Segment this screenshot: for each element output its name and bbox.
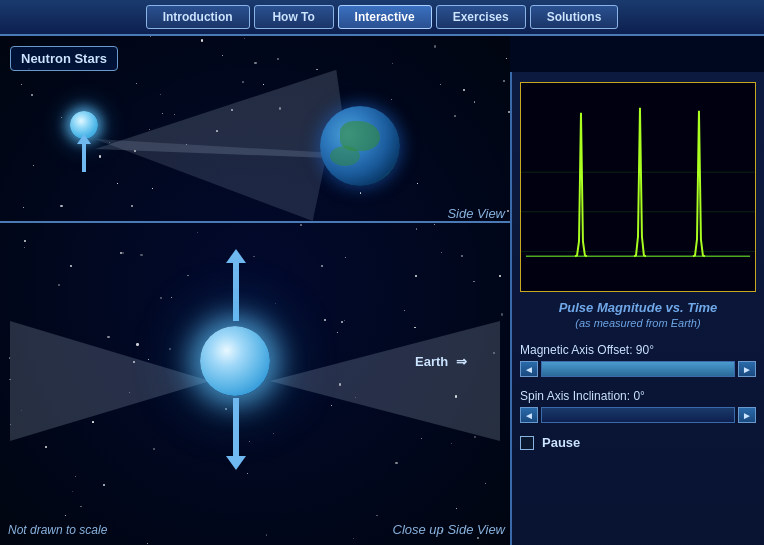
tab-introduction[interactable]: Introduction [146, 5, 250, 29]
star-decoration [153, 448, 155, 450]
star-decoration [23, 207, 25, 209]
star-decoration [187, 275, 189, 277]
star-decoration [197, 232, 198, 233]
large-star-arrow-down [233, 398, 239, 458]
magnetic-axis-increase-button[interactable]: ► [738, 361, 756, 377]
magnetic-axis-decrease-button[interactable]: ◄ [520, 361, 538, 377]
star-decoration [415, 275, 417, 277]
star-decoration [434, 45, 436, 47]
pause-control: Pause [520, 435, 756, 450]
star-decoration [249, 441, 250, 442]
star-decoration [485, 483, 486, 484]
star-decoration [360, 192, 361, 193]
small-star-arrow-up [82, 142, 86, 172]
star-decoration [441, 252, 442, 253]
magnetic-axis-slider-track[interactable] [541, 361, 735, 377]
star-decoration [353, 538, 354, 539]
tab-interactive[interactable]: Interactive [338, 5, 432, 29]
tab-solutions[interactable]: Solutions [530, 5, 619, 29]
star-decoration [463, 89, 465, 91]
star-decoration [395, 462, 397, 464]
star-decoration [277, 58, 279, 60]
star-decoration [131, 205, 133, 207]
earth-arrow-icon: ⇒ [456, 354, 467, 369]
star-decoration [503, 80, 505, 82]
large-star-arrow-up [233, 261, 239, 321]
pause-checkbox[interactable] [520, 436, 534, 450]
pause-label: Pause [542, 435, 580, 450]
star-decoration [58, 284, 60, 286]
spin-axis-decrease-button[interactable]: ◄ [520, 407, 538, 423]
left-arrow-icon: ◄ [524, 364, 534, 375]
star-decoration [376, 515, 377, 516]
right-panel: Pulse Magnitude vs. Time (as measured fr… [510, 72, 764, 545]
star-decoration [416, 228, 418, 230]
star-decoration [499, 275, 501, 277]
star-decoration [345, 257, 346, 258]
tab-how-to[interactable]: How To [254, 5, 334, 29]
star-decoration [171, 297, 172, 298]
tab-exercises[interactable]: Exercises [436, 5, 526, 29]
star-decoration [275, 303, 276, 304]
star-decoration [24, 240, 26, 242]
star-decoration [70, 265, 72, 267]
star-decoration [152, 188, 153, 189]
star-decoration [506, 58, 507, 59]
star-decoration [391, 99, 393, 101]
star-decoration [501, 313, 503, 315]
star-decoration [456, 508, 457, 509]
chart-subtitle: (as measured from Earth) [512, 317, 764, 329]
star-decoration [103, 484, 105, 486]
star-decoration [266, 534, 267, 535]
spin-axis-slider-container: ◄ ► [520, 407, 756, 423]
star-decoration [201, 39, 203, 41]
star-decoration [440, 84, 441, 85]
star-decoration [60, 205, 62, 207]
star-decoration [122, 252, 124, 254]
star-decoration [140, 254, 142, 256]
spin-axis-slider-track[interactable] [541, 407, 735, 423]
star-decoration [75, 476, 76, 477]
star-decoration [254, 62, 256, 64]
pulse-chart [520, 82, 756, 292]
star-decoration [417, 183, 418, 184]
star-decoration [24, 247, 25, 248]
right-arrow-icon-spin: ► [742, 410, 752, 421]
star-decoration [404, 310, 405, 311]
star-decoration [321, 265, 323, 267]
star-decoration [65, 515, 66, 516]
space-canvas: // Generate stars dynamically after DOM … [0, 36, 510, 545]
main-content: // Generate stars dynamically after DOM … [0, 36, 764, 545]
star-decoration [61, 117, 62, 118]
star-decoration [21, 84, 22, 85]
star-decoration [434, 224, 435, 225]
magnetic-axis-label: Magnetic Axis Offset: 90° [520, 343, 756, 357]
star-decoration [451, 443, 452, 444]
star-decoration [300, 224, 302, 226]
star-decoration [160, 297, 162, 299]
navigation-bar: Introduction How To Interactive Exercise… [0, 0, 764, 36]
neutron-stars-label: Neutron Stars [10, 46, 118, 71]
star-decoration [253, 256, 254, 257]
star-decoration [222, 55, 223, 56]
star-decoration [147, 543, 148, 544]
star-decoration [461, 255, 463, 257]
star-decoration [507, 210, 509, 212]
spin-axis-increase-button[interactable]: ► [738, 407, 756, 423]
right-arrow-icon-mag: ► [742, 364, 752, 375]
star-decoration [120, 252, 122, 254]
star-decoration [72, 491, 73, 492]
star-decoration [31, 94, 33, 96]
large-neutron-star [200, 326, 270, 396]
star-decoration [247, 473, 248, 474]
star-decoration [474, 101, 475, 102]
star-decoration [473, 281, 475, 283]
star-decoration [45, 446, 47, 448]
pulse-chart-svg [521, 83, 755, 291]
magnetic-axis-slider-fill [542, 362, 734, 376]
earth-text: Earth [415, 354, 448, 369]
star-decoration [33, 165, 34, 166]
not-drawn-to-scale-label: Not drawn to scale [8, 523, 107, 537]
controls-area: Magnetic Axis Offset: 90° ◄ ► Spin Axis … [512, 343, 764, 450]
star-decoration [150, 36, 151, 37]
